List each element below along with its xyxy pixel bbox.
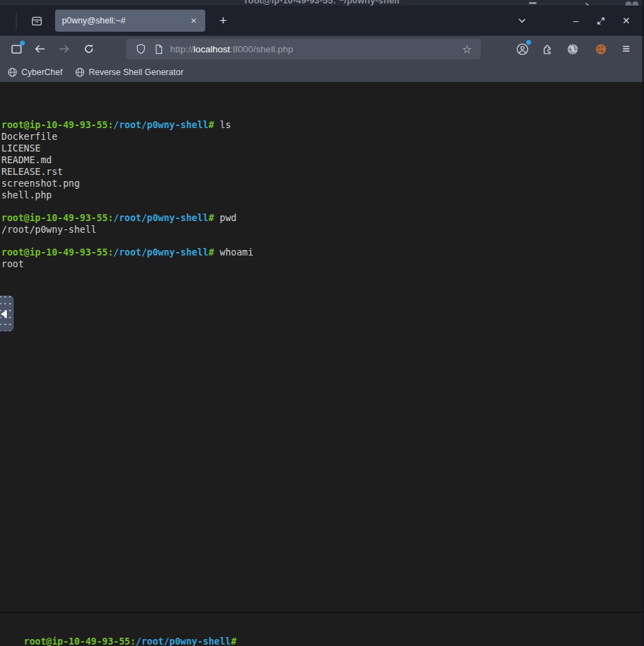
puzzle-piece-icon bbox=[542, 43, 554, 55]
prompt-hash: # bbox=[209, 212, 214, 223]
window-icon bbox=[11, 44, 23, 54]
background-window-titlebar: root@ip-10-49-93-55: ~/p0wny-shell bbox=[0, 0, 644, 6]
back-arrow-icon bbox=[34, 44, 45, 54]
terminal-block: root@ip-10-49-93-55:/root/p0wny-shell# p… bbox=[1, 212, 644, 236]
prompt-hash: # bbox=[231, 636, 236, 646]
command-output: root bbox=[1, 258, 644, 270]
restore-icon bbox=[596, 17, 605, 25]
prompt-cwd: /root/p0wny-shell bbox=[114, 212, 209, 223]
output-line: root bbox=[1, 258, 644, 270]
terminal-block: root@ip-10-49-93-55:/root/p0wny-shell# w… bbox=[1, 247, 644, 270]
terminal-output: root@ip-10-49-93-55:/root/p0wny-shell# l… bbox=[0, 82, 644, 270]
tab-title: p0wny@shell:~# bbox=[62, 16, 187, 25]
shield-icon[interactable] bbox=[132, 41, 149, 57]
tab-strip-divider bbox=[16, 12, 17, 30]
prompt-line: root@ip-10-49-93-55:/root/p0wny-shell# p… bbox=[1, 212, 644, 224]
extensions-button[interactable] bbox=[537, 39, 558, 59]
browser-titlebar: p0wny@shell:~# × + – ✕ bbox=[0, 6, 644, 36]
hamburger-menu-button[interactable]: ≡ bbox=[616, 39, 636, 59]
chevron-down-icon bbox=[517, 16, 527, 25]
terminal-input-prompt[interactable]: root@ip-10-49-93-55:/root/p0wny-shell# bbox=[1, 624, 236, 646]
bookmark-reverse-shell-generator[interactable]: Reverse Shell Generator bbox=[72, 65, 189, 79]
page-info-icon[interactable] bbox=[149, 41, 167, 57]
sidebar-view-button[interactable] bbox=[6, 39, 27, 59]
list-tabs-button[interactable] bbox=[512, 12, 532, 30]
account-button[interactable] bbox=[512, 39, 532, 59]
command-text: pwd bbox=[214, 212, 237, 223]
bookmarks-bar: CyberChef Reverse Shell Generator bbox=[0, 62, 644, 82]
command-output: /root/p0wny-shell bbox=[1, 224, 644, 236]
prompt-cwd: /root/p0wny-shell bbox=[136, 636, 231, 646]
globe-icon bbox=[75, 67, 85, 77]
background-minimize-icon bbox=[529, 2, 537, 4]
prompt-cwd: /root/p0wny-shell bbox=[114, 247, 209, 258]
archive-box-icon[interactable] bbox=[28, 12, 45, 29]
tab-close-button[interactable]: × bbox=[187, 14, 200, 27]
prompt-user-host: root@ip-10-49-93-55: bbox=[1, 119, 114, 130]
bookmark-cyberchef[interactable]: CyberChef bbox=[5, 65, 68, 79]
url-host: localhost bbox=[194, 44, 230, 54]
output-line: /root/p0wny-shell bbox=[1, 224, 644, 236]
output-line: Dockerfile bbox=[1, 131, 644, 143]
minimize-button[interactable]: – bbox=[566, 12, 585, 30]
terminal-block: root@ip-10-49-93-55:/root/p0wny-shell# l… bbox=[1, 119, 644, 201]
globe-icon bbox=[8, 67, 17, 77]
command-text: whoami bbox=[214, 247, 253, 258]
forward-button[interactable] bbox=[54, 39, 74, 59]
navigation-toolbar: http://localhost:8000/shell.php ☆ bbox=[0, 36, 644, 62]
forward-arrow-icon bbox=[59, 44, 70, 54]
url-path: :8000/shell.php bbox=[230, 44, 293, 54]
reload-icon bbox=[83, 43, 94, 54]
bookmark-label: CyberChef bbox=[21, 67, 63, 77]
output-line: README.md bbox=[1, 154, 644, 166]
prompt-hash: # bbox=[209, 119, 214, 130]
prompt-user-host: root@ip-10-49-93-55: bbox=[24, 636, 136, 646]
output-line: shell.php bbox=[1, 189, 644, 201]
collapse-arrow-icon bbox=[1, 310, 7, 318]
prompt-user-host: root@ip-10-49-93-55: bbox=[1, 212, 114, 223]
url-text[interactable]: http://localhost:8000/shell.php bbox=[170, 44, 459, 54]
prompt-line: root@ip-10-49-93-55:/root/p0wny-shell# l… bbox=[1, 119, 644, 131]
webshell-page: root@ip-10-49-93-55:/root/p0wny-shell# l… bbox=[0, 82, 644, 646]
command-output: DockerfileLICENSEREADME.mdRELEASE.rstscr… bbox=[1, 131, 644, 201]
notification-dot bbox=[526, 40, 531, 45]
notification-dot bbox=[20, 41, 25, 45]
output-line: RELEASE.rst bbox=[1, 166, 644, 178]
prompt-hash: # bbox=[209, 247, 214, 258]
url-scheme: http:// bbox=[170, 44, 194, 54]
edge-drag-handle[interactable] bbox=[0, 295, 14, 332]
prompt-line: root@ip-10-49-93-55:/root/p0wny-shell# w… bbox=[1, 247, 644, 258]
restore-button[interactable] bbox=[591, 12, 610, 30]
output-line: screenshot.png bbox=[1, 178, 644, 189]
output-line: LICENSE bbox=[1, 143, 644, 154]
prompt-cwd: /root/p0wny-shell bbox=[114, 119, 209, 130]
bookmark-star-icon[interactable]: ☆ bbox=[459, 41, 475, 57]
reload-button[interactable] bbox=[79, 39, 99, 59]
extension-cookie-icon[interactable] bbox=[590, 39, 611, 59]
close-button[interactable]: ✕ bbox=[616, 12, 636, 30]
extension-globe-icon[interactable] bbox=[562, 39, 583, 59]
back-button[interactable] bbox=[29, 39, 50, 59]
terminal-input-divider bbox=[0, 612, 644, 613]
bookmark-label: Reverse Shell Generator bbox=[89, 67, 184, 77]
address-bar[interactable]: http://localhost:8000/shell.php ☆ bbox=[126, 39, 481, 59]
prompt-user-host: root@ip-10-49-93-55: bbox=[1, 247, 114, 258]
background-window-title: root@ip-10-49-93-55: ~/p0wny-shell bbox=[0, 0, 644, 6]
tab-p0wny-shell[interactable]: p0wny@shell:~# × bbox=[55, 10, 205, 32]
command-text: ls bbox=[214, 119, 231, 130]
new-tab-button[interactable]: + bbox=[214, 12, 233, 30]
